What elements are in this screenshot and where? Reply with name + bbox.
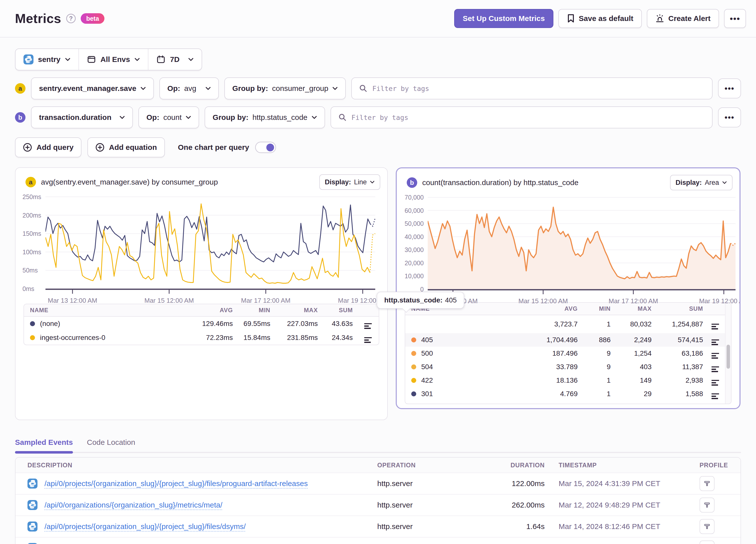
col-operation: OPERATION <box>377 462 482 469</box>
event-description-link[interactable]: /api/0/organizations/{organization_slug}… <box>44 501 222 509</box>
query-row-a: a sentry.event_manager.save Op: avg Grou… <box>15 77 741 99</box>
profile-button[interactable] <box>700 498 715 513</box>
chart-header-b: b count(transaction.duration) by http.st… <box>407 175 733 190</box>
chevron-down-icon <box>370 181 375 184</box>
tab-code-location[interactable]: Code Location <box>87 438 135 453</box>
sampled-events-table: DESCRIPTION OPERATION DURATION TIMESTAMP… <box>15 457 741 544</box>
groupby-select-b[interactable]: Group by: http.status_code <box>205 106 325 128</box>
series-settings-icon[interactable] <box>364 337 372 338</box>
display-value-a: Line <box>354 178 367 186</box>
event-operation: http.server <box>377 522 482 531</box>
legend-scrollbar[interactable] <box>725 303 731 404</box>
series-settings-icon[interactable] <box>364 323 372 324</box>
beta-badge: beta <box>81 13 104 24</box>
python-project-icon <box>23 54 33 64</box>
series-settings-icon[interactable] <box>712 366 719 368</box>
series-avg: 33.789 <box>519 363 578 371</box>
page-header: Metrics ? beta Set Up Custom Metrics Sav… <box>0 0 756 37</box>
y-axis-label: 100ms <box>22 248 43 256</box>
metric-name-b: transaction.duration <box>39 113 111 122</box>
date-range-filter[interactable]: 7D <box>148 49 201 70</box>
add-query-button[interactable]: Add query <box>15 137 81 157</box>
chart-card-b[interactable]: b count(transaction.duration) by http.st… <box>396 167 741 409</box>
tag-filter-input-b[interactable] <box>352 114 705 121</box>
series-settings-icon[interactable] <box>712 324 719 325</box>
metric-select-a[interactable]: sentry.event_manager.save <box>31 77 154 99</box>
query-badge-a: a <box>15 83 25 94</box>
profile-button[interactable] <box>700 476 715 491</box>
col-description: DESCRIPTION <box>27 462 377 469</box>
display-select-a[interactable]: Display: Line <box>319 174 380 190</box>
chevron-down-icon <box>65 58 70 61</box>
legend-row[interactable]: 3014.7691291,588 <box>405 387 731 401</box>
legend-row[interactable]: 5026.904134863 <box>405 401 731 404</box>
tag-filter-a[interactable] <box>351 77 713 99</box>
event-description-link[interactable]: /api/0/projects/{organization_slug}/{pro… <box>44 479 308 488</box>
search-icon <box>359 84 367 92</box>
tag-filter-b[interactable] <box>331 106 713 128</box>
project-filter[interactable]: sentry <box>15 49 79 70</box>
query-more-button-a[interactable]: ••• <box>718 78 741 98</box>
area-chart-b[interactable] <box>428 196 736 295</box>
legend-row[interactable]: 42218.13611492,938 <box>405 374 731 387</box>
op-select-b[interactable]: Op: count <box>138 106 199 128</box>
legend-row[interactable]: 4051,704.4968862,249574,415 <box>405 333 731 347</box>
legend-row[interactable]: (none) 129.46ms 69.55ms 227.03ms 43.63s <box>24 317 379 331</box>
chart-card-a[interactable]: a avg(sentry.event_manager.save) by cons… <box>15 167 388 420</box>
series-settings-icon[interactable] <box>712 393 719 395</box>
display-label: Display: <box>325 178 351 186</box>
x-axis-label: Mar 15 12:00 AM <box>518 297 568 305</box>
series-max: 34 <box>611 403 652 404</box>
save-as-default-label: Save as default <box>579 14 633 23</box>
legend-row[interactable]: ingest-occurrences-0 72.23ms 15.84ms 231… <box>24 331 379 345</box>
tag-filter-input-a[interactable] <box>372 85 705 92</box>
event-description-link[interactable]: /api/0/projects/{organization_slug}/{pro… <box>44 522 246 531</box>
series-sum: 863 <box>652 403 703 404</box>
series-color-dot <box>30 335 35 340</box>
save-as-default-button[interactable]: Save as default <box>558 9 642 28</box>
help-icon[interactable]: ? <box>66 14 76 23</box>
groupby-select-a[interactable]: Group by: consumer_group <box>224 77 346 99</box>
series-color-dot <box>411 337 416 342</box>
series-avg: 1,704.496 <box>519 336 578 344</box>
query-more-button-b[interactable]: ••• <box>718 107 741 127</box>
metric-select-b[interactable]: transaction.duration <box>31 106 133 128</box>
environment-filter[interactable]: All Envs <box>79 49 148 70</box>
series-settings-icon[interactable] <box>712 380 719 381</box>
groupby-value-b: http.status_code <box>252 113 307 122</box>
series-name: 502 <box>421 403 433 404</box>
series-settings-icon[interactable] <box>712 339 719 341</box>
event-operation: http.server <box>377 501 482 509</box>
add-equation-button[interactable]: Add equation <box>87 137 165 157</box>
tab-sampled-events[interactable]: Sampled Events <box>15 438 73 453</box>
legend-row[interactable]: 3,723.7180,0321,254,887 <box>405 315 731 333</box>
event-operation: http.server <box>377 479 482 488</box>
legend-row[interactable]: 50433.789940311,387 <box>405 360 731 374</box>
date-range-label: 7D <box>170 55 179 64</box>
y-axis-label: 40,000 <box>400 233 424 241</box>
x-axis-label: Mar 19 12:00 AM <box>699 297 741 305</box>
line-chart-a[interactable] <box>45 196 375 294</box>
plus-circle-icon <box>95 143 104 152</box>
python-platform-icon <box>27 522 37 532</box>
one-chart-per-query-toggle[interactable] <box>255 142 276 153</box>
header-more-button[interactable]: ••• <box>724 9 746 28</box>
profile-button[interactable] <box>700 541 715 544</box>
setup-custom-metrics-button[interactable]: Set Up Custom Metrics <box>454 9 553 28</box>
create-alert-button[interactable]: Create Alert <box>647 9 719 28</box>
profile-button[interactable] <box>700 519 715 534</box>
series-color-dot <box>411 364 416 369</box>
series-min: 1 <box>578 403 611 404</box>
series-settings-icon[interactable] <box>712 353 719 354</box>
display-select-b[interactable]: Display: Area <box>670 175 733 190</box>
series-avg: 18.136 <box>519 376 578 384</box>
chevron-down-icon <box>205 87 211 90</box>
details-tabs: Sampled Events Code Location <box>15 438 741 453</box>
chart-header-a: a avg(sentry.event_manager.save) by cons… <box>25 174 380 190</box>
legend-row[interactable]: 500187.49691,25463,186 <box>405 347 731 360</box>
op-select-a[interactable]: Op: avg <box>159 77 219 99</box>
op-label: Op: <box>167 84 180 93</box>
scrollbar-thumb[interactable] <box>727 345 730 369</box>
series-min: 9 <box>578 363 611 371</box>
event-timestamp: Mar 14, 2024 8:12:46 PM CET <box>545 522 700 531</box>
